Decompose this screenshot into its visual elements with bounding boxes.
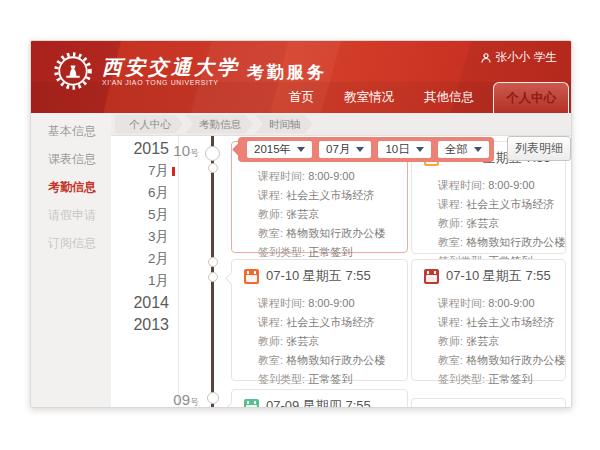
breadcrumb-attendance-info[interactable]: 考勤信息 (185, 115, 253, 134)
chevron-down-icon (297, 147, 305, 152)
app-header: 西安交通大学 XI'AN JIAO TONG UNIVERSITY 考勤服务 张… (31, 41, 571, 113)
timeline-scale: 2015 7月 6月 5月 3月 2月 1月 2014 2013 (115, 138, 169, 336)
card-field: 课程时间: 8:00-9:00 (438, 176, 555, 195)
card-field: 教室: 格物致知行政办公楼 (438, 351, 555, 370)
scale-month-6[interactable]: 6月 (115, 182, 169, 204)
current-month-marker (172, 167, 175, 176)
calendar-icon (424, 269, 439, 284)
day-marker-10: 10号 (171, 142, 199, 160)
date-filter-bar: 2015年 07月 10日 全部 (238, 137, 494, 162)
card-field: 课程时间: 8:00-9:00 (258, 167, 397, 186)
scale-month-5[interactable]: 5月 (115, 204, 169, 226)
card-field: 课程: 社会主义市场经济 (438, 195, 555, 214)
scale-year-2014[interactable]: 2014 (115, 292, 169, 314)
sidebar-item-basic-info[interactable]: 基本信息 (31, 117, 111, 145)
card-field: 课程: 社会主义市场经济 (438, 313, 555, 332)
chevron-down-icon (416, 147, 424, 152)
attendance-card[interactable]: 07-10 星期五 7:55 课程时间: 8:00-9:00课程: 社会主义市场… (231, 259, 408, 381)
breadcrumb-personal-center[interactable]: 个人中心 (115, 115, 183, 134)
university-logo-icon (53, 51, 93, 91)
calendar-icon (244, 269, 259, 284)
day-select[interactable]: 10日 (378, 141, 430, 158)
card-field: 签到类型: 正常签到 (258, 370, 397, 389)
breadcrumb: 个人中心 考勤信息 时间轴 (111, 113, 571, 136)
card-field: 签到类型: 正常签到 (438, 370, 555, 389)
card-field: 课程: 社会主义市场经济 (258, 186, 397, 205)
main-nav: 首页 教室情况 其他信息 个人中心 (274, 81, 569, 113)
user-info[interactable]: 张小小 学生 (480, 50, 558, 65)
nav-tab-personal-center[interactable]: 个人中心 (493, 82, 569, 113)
university-name: 西安交通大学 (102, 56, 240, 78)
card-date: 07-10 星期五 7:55 (446, 267, 551, 285)
scale-year-2015[interactable]: 2015 (115, 138, 169, 160)
scale-month-2[interactable]: 2月 (115, 248, 169, 270)
breadcrumb-timeline[interactable]: 时间轴 (255, 115, 313, 134)
card-date: 07-09 星期四 7:55 (266, 397, 371, 408)
card-date: 07-10 星期五 7:55 (266, 267, 371, 285)
user-name: 张小小 (496, 50, 531, 65)
scale-month-7[interactable]: 7月 (115, 160, 169, 182)
page: 西安交通大学 XI'AN JIAO TONG UNIVERSITY 考勤服务 张… (0, 0, 600, 450)
card-field: 课程时间: 8:00-9:00 (258, 294, 397, 313)
nav-item-other[interactable]: 其他信息 (409, 82, 489, 113)
year-select[interactable]: 2015年 (247, 141, 312, 158)
card-field: 教师: 张芸京 (258, 332, 397, 351)
nav-item-classrooms[interactable]: 教室情况 (329, 82, 409, 113)
card-field: 教师: 张芸京 (258, 205, 397, 224)
card-fields: 课程时间: 8:00-9:00课程: 社会主义市场经济教师: 张芸京教室: 格物… (232, 288, 407, 397)
scale-month-1[interactable]: 1月 (115, 270, 169, 292)
card-fields: 课程时间: 8:00-9:00课程: 社会主义市场经济教师: 张芸京教室: 格物… (412, 288, 565, 397)
timeline-node (205, 146, 220, 161)
chevron-down-icon (474, 147, 482, 152)
sidebar-item-schedule-info[interactable]: 课表信息 (31, 145, 111, 173)
scale-month-3[interactable]: 3月 (115, 226, 169, 248)
day-marker-09: 09号 (171, 391, 199, 408)
attendance-card[interactable]: 07-10 星期五 7:55 课程时间: 8:00-9:00课程: 社会主义市场… (411, 259, 566, 381)
timeline-node (208, 272, 218, 282)
timeline-node (207, 392, 219, 404)
nav-item-home[interactable]: 首页 (274, 82, 329, 113)
type-select[interactable]: 全部 (438, 141, 489, 158)
brand-text: 西安交通大学 XI'AN JIAO TONG UNIVERSITY (102, 56, 240, 86)
scale-separator (178, 136, 179, 407)
card-field: 教室: 格物致知行政办公楼 (438, 233, 555, 252)
card-field: 教室: 格物致知行政办公楼 (258, 351, 397, 370)
card-field: 课程: 社会主义市场经济 (258, 313, 397, 332)
month-select[interactable]: 07月 (319, 141, 371, 158)
brand: 西安交通大学 XI'AN JIAO TONG UNIVERSITY (53, 51, 240, 91)
timeline-node (208, 163, 218, 173)
user-role: 学生 (534, 50, 557, 65)
card-field: 教室: 格物致知行政办公楼 (258, 224, 397, 243)
card-field: 教师: 张芸京 (438, 332, 555, 351)
sidebar-item-subscription-info[interactable]: 订阅信息 (31, 229, 111, 257)
calendar-icon (244, 399, 259, 409)
sidebar-item-leave-request[interactable]: 请假申请 (31, 201, 111, 229)
app-window: 西安交通大学 XI'AN JIAO TONG UNIVERSITY 考勤服务 张… (30, 40, 572, 408)
university-name-en: XI'AN JIAO TONG UNIVERSITY (102, 79, 240, 86)
person-icon (480, 52, 492, 64)
card-field: 课程时间: 8:00-9:00 (438, 294, 555, 313)
card-field: 教师: 张芸京 (438, 214, 555, 233)
attendance-card[interactable]: 07-09 星期四 7:55 (231, 389, 408, 408)
sidebar-item-attendance-info[interactable]: 考勤信息 (31, 173, 111, 201)
sidebar: 基本信息 课表信息 考勤信息 请假申请 订阅信息 (31, 113, 111, 407)
chevron-down-icon (356, 147, 364, 152)
timeline-node (208, 257, 218, 267)
list-detail-button[interactable]: 列表明细 (507, 136, 571, 161)
partial-card[interactable] (411, 398, 566, 408)
scale-year-2013[interactable]: 2013 (115, 314, 169, 336)
